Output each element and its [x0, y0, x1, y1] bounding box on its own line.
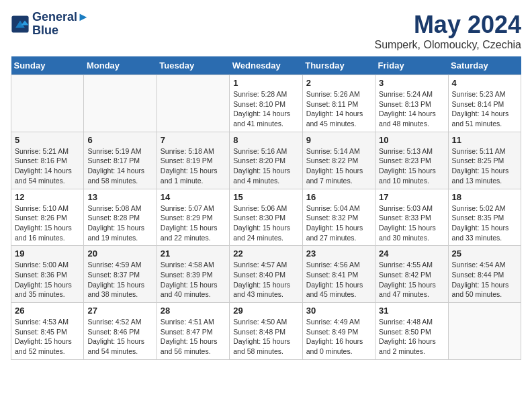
- day-number: 25: [452, 248, 517, 259]
- day-cell: 19Sunrise: 5:00 AM Sunset: 8:36 PM Dayli…: [11, 246, 84, 303]
- header-day-friday: Friday: [375, 56, 448, 75]
- day-info: Sunrise: 4:48 AM Sunset: 8:50 PM Dayligh…: [379, 317, 444, 357]
- day-number: 17: [379, 192, 444, 202]
- day-number: 30: [306, 306, 371, 316]
- day-info: Sunrise: 5:24 AM Sunset: 8:13 PM Dayligh…: [379, 89, 444, 129]
- day-info: Sunrise: 5:06 AM Sunset: 8:30 PM Dayligh…: [233, 203, 298, 243]
- day-cell: [84, 75, 157, 132]
- day-cell: 1Sunrise: 5:28 AM Sunset: 8:10 PM Daylig…: [230, 75, 302, 132]
- day-cell: 2Sunrise: 5:26 AM Sunset: 8:11 PM Daylig…: [302, 75, 375, 132]
- header-day-sunday: Sunday: [11, 56, 84, 75]
- day-info: Sunrise: 5:14 AM Sunset: 8:22 PM Dayligh…: [306, 146, 371, 186]
- day-cell: 10Sunrise: 5:13 AM Sunset: 8:23 PM Dayli…: [375, 132, 448, 189]
- day-cell: 20Sunrise: 4:59 AM Sunset: 8:37 PM Dayli…: [84, 246, 157, 303]
- day-number: 18: [452, 192, 517, 202]
- day-number: 12: [15, 192, 80, 202]
- logo-icon: [11, 15, 30, 34]
- day-info: Sunrise: 4:55 AM Sunset: 8:42 PM Dayligh…: [379, 260, 444, 300]
- day-info: Sunrise: 5:13 AM Sunset: 8:23 PM Dayligh…: [379, 146, 444, 186]
- day-number: 9: [306, 135, 371, 145]
- day-cell: [448, 303, 521, 360]
- day-info: Sunrise: 4:53 AM Sunset: 8:45 PM Dayligh…: [15, 317, 80, 357]
- day-number: 3: [379, 78, 444, 88]
- day-cell: 30Sunrise: 4:49 AM Sunset: 8:49 PM Dayli…: [302, 303, 375, 360]
- day-cell: 22Sunrise: 4:57 AM Sunset: 8:40 PM Dayli…: [230, 246, 302, 303]
- day-cell: 14Sunrise: 5:07 AM Sunset: 8:29 PM Dayli…: [157, 189, 229, 246]
- day-cell: 18Sunrise: 5:02 AM Sunset: 8:35 PM Dayli…: [448, 189, 521, 246]
- day-number: 26: [15, 306, 80, 316]
- day-cell: 4Sunrise: 5:23 AM Sunset: 8:14 PM Daylig…: [448, 75, 521, 132]
- page-header: General► Blue May 2024 Sumperk, Olomouck…: [11, 11, 521, 51]
- day-number: 23: [306, 248, 371, 259]
- week-row-3: 12Sunrise: 5:10 AM Sunset: 8:26 PM Dayli…: [11, 189, 521, 246]
- day-number: 13: [87, 192, 152, 202]
- day-cell: 31Sunrise: 4:48 AM Sunset: 8:50 PM Dayli…: [375, 303, 448, 360]
- day-cell: [11, 75, 84, 132]
- day-number: 8: [233, 135, 298, 145]
- day-number: 16: [306, 192, 371, 202]
- day-cell: 15Sunrise: 5:06 AM Sunset: 8:30 PM Dayli…: [230, 189, 302, 246]
- header-day-thursday: Thursday: [302, 56, 375, 75]
- day-cell: 6Sunrise: 5:19 AM Sunset: 8:17 PM Daylig…: [84, 132, 157, 189]
- day-number: 27: [87, 306, 152, 316]
- day-info: Sunrise: 5:23 AM Sunset: 8:14 PM Dayligh…: [452, 89, 517, 129]
- day-number: 24: [379, 248, 444, 259]
- day-cell: [157, 75, 229, 132]
- calendar-subtitle: Sumperk, Olomoucky, Czechia: [375, 39, 521, 51]
- day-info: Sunrise: 5:19 AM Sunset: 8:17 PM Dayligh…: [87, 146, 152, 186]
- day-number: 2: [306, 78, 371, 88]
- day-number: 6: [87, 135, 152, 145]
- week-row-1: 1Sunrise: 5:28 AM Sunset: 8:10 PM Daylig…: [11, 75, 521, 132]
- day-cell: 23Sunrise: 4:56 AM Sunset: 8:41 PM Dayli…: [302, 246, 375, 303]
- day-number: 1: [233, 78, 298, 88]
- day-number: 19: [15, 248, 80, 259]
- day-info: Sunrise: 4:59 AM Sunset: 8:37 PM Dayligh…: [87, 260, 152, 300]
- day-info: Sunrise: 5:11 AM Sunset: 8:25 PM Dayligh…: [452, 146, 517, 186]
- day-cell: 27Sunrise: 4:52 AM Sunset: 8:46 PM Dayli…: [84, 303, 157, 360]
- day-cell: 5Sunrise: 5:21 AM Sunset: 8:16 PM Daylig…: [11, 132, 84, 189]
- day-number: 11: [452, 135, 517, 145]
- header-row: SundayMondayTuesdayWednesdayThursdayFrid…: [11, 56, 521, 75]
- day-cell: 25Sunrise: 4:54 AM Sunset: 8:44 PM Dayli…: [448, 246, 521, 303]
- title-block: May 2024 Sumperk, Olomoucky, Czechia: [375, 11, 521, 51]
- day-number: 5: [15, 135, 80, 145]
- day-cell: 28Sunrise: 4:51 AM Sunset: 8:47 PM Dayli…: [157, 303, 229, 360]
- day-cell: 13Sunrise: 5:08 AM Sunset: 8:28 PM Dayli…: [84, 189, 157, 246]
- day-info: Sunrise: 5:08 AM Sunset: 8:28 PM Dayligh…: [87, 203, 152, 243]
- day-info: Sunrise: 4:54 AM Sunset: 8:44 PM Dayligh…: [452, 260, 517, 300]
- header-day-monday: Monday: [84, 56, 157, 75]
- header-day-saturday: Saturday: [448, 56, 521, 75]
- day-info: Sunrise: 4:49 AM Sunset: 8:49 PM Dayligh…: [306, 317, 371, 357]
- week-row-4: 19Sunrise: 5:00 AM Sunset: 8:36 PM Dayli…: [11, 246, 521, 303]
- day-cell: 9Sunrise: 5:14 AM Sunset: 8:22 PM Daylig…: [302, 132, 375, 189]
- day-cell: 29Sunrise: 4:50 AM Sunset: 8:48 PM Dayli…: [230, 303, 302, 360]
- header-day-tuesday: Tuesday: [157, 56, 229, 75]
- day-number: 28: [161, 306, 226, 316]
- day-number: 29: [233, 306, 298, 316]
- logo-text: General► Blue: [32, 11, 89, 38]
- day-cell: 24Sunrise: 4:55 AM Sunset: 8:42 PM Dayli…: [375, 246, 448, 303]
- day-cell: 12Sunrise: 5:10 AM Sunset: 8:26 PM Dayli…: [11, 189, 84, 246]
- day-cell: 11Sunrise: 5:11 AM Sunset: 8:25 PM Dayli…: [448, 132, 521, 189]
- day-info: Sunrise: 4:58 AM Sunset: 8:39 PM Dayligh…: [161, 260, 226, 300]
- day-number: 20: [87, 248, 152, 259]
- calendar-table: SundayMondayTuesdayWednesdayThursdayFrid…: [11, 56, 521, 360]
- day-number: 21: [161, 248, 226, 259]
- day-info: Sunrise: 5:00 AM Sunset: 8:36 PM Dayligh…: [15, 260, 80, 300]
- day-info: Sunrise: 5:28 AM Sunset: 8:10 PM Dayligh…: [233, 89, 298, 129]
- day-number: 14: [161, 192, 226, 202]
- day-cell: 16Sunrise: 5:04 AM Sunset: 8:32 PM Dayli…: [302, 189, 375, 246]
- day-info: Sunrise: 5:10 AM Sunset: 8:26 PM Dayligh…: [15, 203, 80, 243]
- day-info: Sunrise: 5:21 AM Sunset: 8:16 PM Dayligh…: [15, 146, 80, 186]
- day-info: Sunrise: 5:07 AM Sunset: 8:29 PM Dayligh…: [161, 203, 226, 243]
- day-info: Sunrise: 5:16 AM Sunset: 8:20 PM Dayligh…: [233, 146, 298, 186]
- day-number: 7: [161, 135, 226, 145]
- day-info: Sunrise: 4:57 AM Sunset: 8:40 PM Dayligh…: [233, 260, 298, 300]
- calendar-title: May 2024: [375, 11, 521, 39]
- day-info: Sunrise: 5:26 AM Sunset: 8:11 PM Dayligh…: [306, 89, 371, 129]
- day-info: Sunrise: 4:50 AM Sunset: 8:48 PM Dayligh…: [233, 317, 298, 357]
- day-number: 22: [233, 248, 298, 259]
- logo: General► Blue: [11, 11, 89, 38]
- day-cell: 7Sunrise: 5:18 AM Sunset: 8:19 PM Daylig…: [157, 132, 229, 189]
- day-cell: 3Sunrise: 5:24 AM Sunset: 8:13 PM Daylig…: [375, 75, 448, 132]
